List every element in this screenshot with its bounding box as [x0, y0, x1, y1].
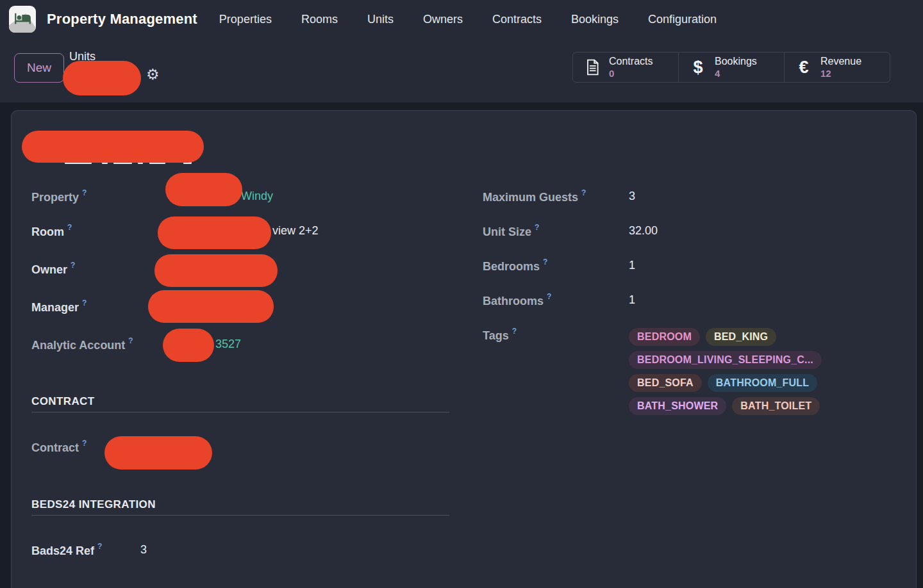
field-label-unit-size: Unit Size? — [483, 223, 539, 239]
help-icon: ? — [82, 439, 87, 448]
stat-button-revenue[interactable]: € Revenue 12 — [784, 53, 890, 82]
help-icon: ? — [535, 223, 539, 232]
form-card: Property? Windy Room? view 2+2 Owner? Ma… — [11, 110, 917, 588]
tag-bedroom-living-sleeping: BEDROOM_LIVING_SLEEPING_C... — [629, 351, 822, 369]
field-label-owner: Owner? — [31, 261, 75, 277]
euro-icon: € — [795, 59, 812, 76]
stat-button-contracts[interactable]: Contracts 0 — [573, 53, 678, 82]
app-logo[interactable] — [9, 6, 36, 33]
tags-list: BEDROOM BED_KING BEDROOM_LIVING_SLEEPING… — [629, 328, 858, 415]
tag-bath-shower: BATH_SHOWER — [629, 397, 726, 415]
menu-item-rooms[interactable]: Rooms — [301, 13, 338, 26]
menu-item-contracts[interactable]: Contracts — [492, 13, 542, 26]
tag-bath-toilet: BATH_TOILET — [732, 397, 820, 415]
help-icon: ? — [67, 223, 72, 232]
field-value-unit-size: 32.00 — [629, 224, 658, 238]
stat-button-bookings[interactable]: $ Bookings 4 — [678, 53, 784, 82]
stat-label: Bookings — [715, 56, 757, 67]
menu-item-configuration[interactable]: Configuration — [648, 13, 717, 26]
field-label-bads24-ref: Bads24 Ref? — [31, 542, 102, 558]
section-title-contract: CONTRACT — [31, 395, 95, 408]
field-label-maximum-guests: Maximum Guests? — [483, 188, 586, 204]
help-icon: ? — [82, 188, 87, 197]
field-value-analytic-account[interactable]: 3527 — [215, 338, 241, 351]
menu-item-bookings[interactable]: Bookings — [571, 13, 619, 26]
menu-item-properties[interactable]: Properties — [219, 13, 272, 26]
field-label-tags: Tags? — [483, 327, 517, 343]
help-icon: ? — [128, 336, 133, 345]
field-label-room: Room? — [31, 223, 72, 239]
menu-item-owners[interactable]: Owners — [423, 13, 463, 26]
tag-bedroom: BEDROOM — [629, 328, 700, 346]
redaction-blob-breadcrumb — [63, 61, 141, 95]
app-screen: Property Management Properties Rooms Uni… — [0, 0, 923, 588]
control-bar: New Units ⚙ Contracts 0 $ — [0, 38, 923, 102]
help-icon: ? — [71, 261, 75, 270]
redaction-blob-property — [165, 173, 242, 206]
redaction-blob-analytic-account — [163, 329, 214, 362]
field-value-bedrooms: 1 — [629, 259, 635, 272]
field-value-maximum-guests: 3 — [629, 190, 635, 203]
tag-bed-sofa: BED_SOFA — [629, 374, 702, 392]
field-label-contract: Contract? — [31, 439, 87, 455]
help-icon: ? — [547, 292, 551, 301]
redaction-blob-owner — [154, 254, 278, 287]
top-navbar: Property Management Properties Rooms Uni… — [0, 0, 923, 38]
field-label-bathrooms: Bathrooms? — [483, 292, 551, 308]
stat-value: 0 — [609, 68, 653, 79]
tag-bed-king: BED_KING — [706, 328, 776, 346]
field-label-bedrooms: Bedrooms? — [483, 257, 547, 274]
help-icon: ? — [543, 257, 547, 266]
redaction-blob-record-title — [22, 131, 204, 163]
main-menu: Properties Rooms Units Owners Contracts … — [219, 13, 717, 26]
gear-icon[interactable]: ⚙ — [146, 67, 160, 82]
field-value-bathrooms: 1 — [629, 293, 635, 307]
help-icon: ? — [581, 188, 586, 197]
section-divider — [31, 412, 449, 412]
stat-value: 4 — [715, 68, 757, 79]
redaction-blob-contract — [104, 436, 212, 470]
section-title-beds24-integration: BEDS24 INTEGRATION — [31, 498, 156, 511]
new-button[interactable]: New — [14, 53, 64, 83]
field-label-property: Property? — [31, 188, 87, 204]
field-value-property[interactable]: Windy — [241, 190, 273, 203]
help-icon: ? — [82, 298, 87, 307]
stat-value: 12 — [820, 68, 861, 79]
field-value-room[interactable]: view 2+2 — [272, 224, 319, 238]
stat-label: Revenue — [820, 56, 861, 67]
tag-bathroom-full: BATHROOM_FULL — [708, 374, 817, 392]
field-label-analytic-account: Analytic Account? — [31, 336, 133, 352]
section-divider — [31, 515, 449, 516]
help-icon: ? — [97, 542, 102, 551]
field-label-manager: Manager? — [31, 298, 87, 314]
field-value-bads24-ref: 3 — [140, 543, 147, 557]
menu-item-units[interactable]: Units — [367, 13, 394, 26]
contracts-document-icon — [584, 58, 601, 76]
redaction-blob-manager — [148, 290, 274, 323]
redaction-blob-room — [158, 216, 271, 249]
help-icon: ? — [512, 327, 517, 336]
app-title: Property Management — [47, 11, 197, 28]
bed-icon — [14, 10, 31, 29]
dollar-icon: $ — [690, 59, 706, 76]
stat-buttons: Contracts 0 $ Bookings 4 € Revenue 12 — [572, 52, 890, 83]
stat-label: Contracts — [609, 56, 653, 67]
